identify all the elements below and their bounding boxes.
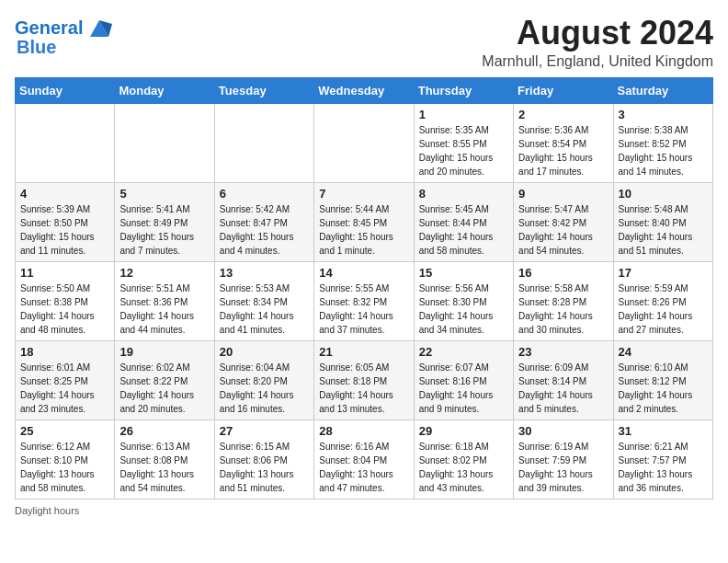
day-info: Sunrise: 5:53 AMSunset: 8:34 PMDaylight:… [220,282,309,337]
day-number: 25 [20,424,109,438]
day-info: Sunrise: 6:10 AMSunset: 8:12 PMDaylight:… [619,361,708,416]
day-number: 12 [119,266,209,280]
calendar-cell: 7Sunrise: 5:44 AMSunset: 8:45 PMDaylight… [314,182,414,261]
day-number: 7 [319,187,408,201]
day-info: Sunrise: 5:44 AMSunset: 8:45 PMDaylight:… [319,202,408,258]
day-info: Sunrise: 5:58 AMSunset: 8:28 PMDaylight:… [518,282,608,337]
day-info: Sunrise: 5:39 AMSunset: 8:50 PMDaylight:… [20,202,109,258]
day-info: Sunrise: 5:50 AMSunset: 8:38 PMDaylight:… [20,282,109,337]
day-info: Sunrise: 6:19 AMSunset: 7:59 PMDaylight:… [518,440,608,495]
calendar-cell: 26Sunrise: 6:13 AMSunset: 8:08 PMDayligh… [115,419,214,499]
day-number: 29 [419,424,508,438]
day-number: 31 [619,424,708,438]
calendar-cell: 9Sunrise: 5:47 AMSunset: 8:42 PMDaylight… [514,182,613,261]
calendar-cell: 10Sunrise: 5:48 AMSunset: 8:40 PMDayligh… [613,182,712,261]
calendar-cell: 31Sunrise: 6:21 AMSunset: 7:57 PMDayligh… [613,419,712,499]
day-number: 5 [119,187,209,201]
calendar-week-row: 25Sunrise: 6:12 AMSunset: 8:10 PMDayligh… [16,419,713,499]
calendar-cell: 8Sunrise: 5:45 AMSunset: 8:44 PMDaylight… [414,182,513,261]
weekday-header-friday: Friday [514,77,613,103]
calendar-cell: 22Sunrise: 6:07 AMSunset: 8:16 PMDayligh… [414,340,513,419]
day-info: Sunrise: 6:01 AMSunset: 8:25 PMDaylight:… [20,361,109,416]
calendar-cell: 1Sunrise: 5:35 AMSunset: 8:55 PMDaylight… [414,103,513,182]
day-info: Sunrise: 5:51 AMSunset: 8:36 PMDaylight:… [119,282,209,337]
day-info: Sunrise: 6:15 AMSunset: 8:06 PMDaylight:… [220,440,309,495]
day-info: Sunrise: 5:47 AMSunset: 8:42 PMDaylight:… [518,202,608,258]
calendar-cell: 3Sunrise: 5:38 AMSunset: 8:52 PMDaylight… [613,103,712,182]
day-number: 9 [518,187,608,201]
day-info: Sunrise: 5:59 AMSunset: 8:26 PMDaylight:… [619,282,708,337]
day-info: Sunrise: 6:13 AMSunset: 8:08 PMDaylight:… [119,440,209,495]
day-info: Sunrise: 5:42 AMSunset: 8:47 PMDaylight:… [220,202,309,258]
weekday-header-saturday: Saturday [613,77,712,103]
day-number: 18 [20,345,109,359]
day-number: 26 [119,424,209,438]
day-info: Sunrise: 6:09 AMSunset: 8:14 PMDaylight:… [518,361,608,416]
day-info: Sunrise: 5:45 AMSunset: 8:44 PMDaylight:… [419,202,508,258]
calendar-cell: 24Sunrise: 6:10 AMSunset: 8:12 PMDayligh… [613,340,712,419]
weekday-header-wednesday: Wednesday [314,77,414,103]
calendar-cell: 23Sunrise: 6:09 AMSunset: 8:14 PMDayligh… [514,340,613,419]
day-info: Sunrise: 6:21 AMSunset: 7:57 PMDaylight:… [619,440,708,495]
calendar-cell: 2Sunrise: 5:36 AMSunset: 8:54 PMDaylight… [514,103,613,182]
logo-icon [86,15,112,40]
day-info: Sunrise: 5:36 AMSunset: 8:54 PMDaylight:… [518,123,608,178]
weekday-header-monday: Monday [115,77,214,103]
day-info: Sunrise: 5:48 AMSunset: 8:40 PMDaylight:… [619,202,708,258]
day-number: 17 [619,266,708,280]
day-info: Sunrise: 6:07 AMSunset: 8:16 PMDaylight:… [419,361,508,416]
day-number: 22 [419,345,508,359]
footer-note: Daylight hours [15,505,713,516]
logo-text: General [15,17,83,38]
day-info: Sunrise: 5:38 AMSunset: 8:52 PMDaylight:… [619,123,708,178]
calendar-cell: 28Sunrise: 6:16 AMSunset: 8:04 PMDayligh… [314,419,414,499]
logo: General Blue [15,15,112,58]
calendar-cell: 6Sunrise: 5:42 AMSunset: 8:47 PMDaylight… [214,182,313,261]
page-header: General Blue August 2024 Marnhull, Engla… [15,15,713,70]
day-number: 10 [619,187,708,201]
calendar-cell: 15Sunrise: 5:56 AMSunset: 8:30 PMDayligh… [414,261,513,340]
calendar-cell: 5Sunrise: 5:41 AMSunset: 8:49 PMDaylight… [115,182,214,261]
calendar-cell: 13Sunrise: 5:53 AMSunset: 8:34 PMDayligh… [214,261,313,340]
weekday-header-thursday: Thursday [414,77,513,103]
day-number: 2 [518,108,608,121]
day-number: 1 [419,108,508,121]
day-number: 11 [20,266,109,280]
day-info: Sunrise: 6:16 AMSunset: 8:04 PMDaylight:… [319,440,408,495]
day-number: 30 [518,424,608,438]
weekday-header-tuesday: Tuesday [214,77,313,103]
day-info: Sunrise: 6:02 AMSunset: 8:22 PMDaylight:… [119,361,209,416]
calendar-cell [16,103,115,182]
calendar-cell: 21Sunrise: 6:05 AMSunset: 8:18 PMDayligh… [314,340,414,419]
day-number: 24 [619,345,708,359]
calendar-cell: 17Sunrise: 5:59 AMSunset: 8:26 PMDayligh… [613,261,712,340]
day-info: Sunrise: 6:04 AMSunset: 8:20 PMDaylight:… [220,361,309,416]
calendar-cell: 14Sunrise: 5:55 AMSunset: 8:32 PMDayligh… [314,261,414,340]
day-number: 21 [319,345,408,359]
day-number: 28 [319,424,408,438]
day-number: 20 [220,345,309,359]
day-number: 3 [619,108,708,121]
calendar-cell: 11Sunrise: 5:50 AMSunset: 8:38 PMDayligh… [16,261,115,340]
day-number: 4 [20,187,109,201]
day-number: 27 [220,424,309,438]
weekday-header-row: SundayMondayTuesdayWednesdayThursdayFrid… [16,77,713,103]
day-info: Sunrise: 5:41 AMSunset: 8:49 PMDaylight:… [119,202,209,258]
day-number: 13 [220,266,309,280]
day-number: 14 [319,266,408,280]
calendar-week-row: 18Sunrise: 6:01 AMSunset: 8:25 PMDayligh… [16,340,713,419]
day-info: Sunrise: 6:05 AMSunset: 8:18 PMDaylight:… [319,361,408,416]
calendar-cell [214,103,313,182]
day-number: 16 [518,266,608,280]
calendar-cell: 19Sunrise: 6:02 AMSunset: 8:22 PMDayligh… [115,340,214,419]
day-number: 15 [419,266,508,280]
calendar-cell [314,103,414,182]
day-number: 8 [419,187,508,201]
day-number: 6 [220,187,309,201]
calendar-week-row: 4Sunrise: 5:39 AMSunset: 8:50 PMDaylight… [16,182,713,261]
calendar-cell: 20Sunrise: 6:04 AMSunset: 8:20 PMDayligh… [214,340,313,419]
month-year-title: August 2024 [482,15,713,52]
location-subtitle: Marnhull, England, United Kingdom [482,53,713,70]
calendar-cell: 16Sunrise: 5:58 AMSunset: 8:28 PMDayligh… [514,261,613,340]
calendar-cell: 25Sunrise: 6:12 AMSunset: 8:10 PMDayligh… [16,419,115,499]
